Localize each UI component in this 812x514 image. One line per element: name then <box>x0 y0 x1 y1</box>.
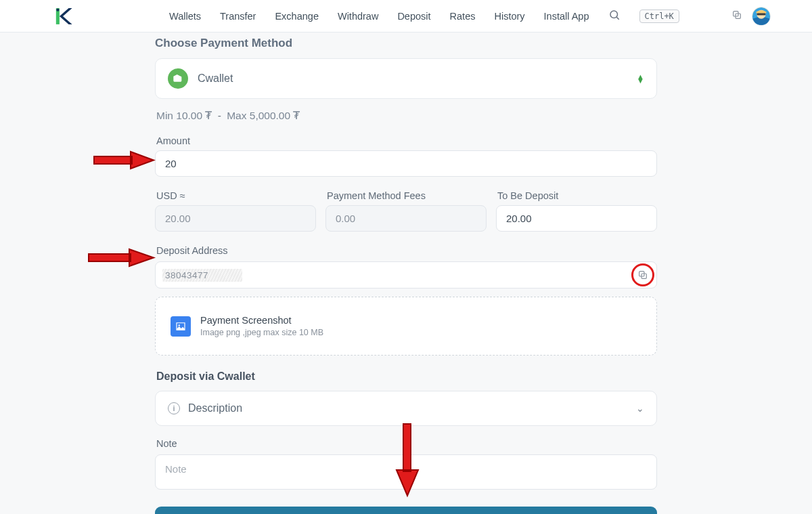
fees-field: Payment Method Fees <box>325 190 487 232</box>
upload-screenshot[interactable]: Payment Screenshot Image png ,jpeg max s… <box>155 297 657 356</box>
upload-title: Payment Screenshot <box>200 315 323 326</box>
navbar: Wallets Transfer Exchange Withdraw Depos… <box>0 0 812 33</box>
usd-field: USD ≈ <box>155 190 316 232</box>
amount-label: Amount <box>156 135 657 146</box>
navbar-right <box>731 7 801 26</box>
deposit-address-label: Deposit Address <box>156 245 657 256</box>
logo[interactable] <box>51 5 74 28</box>
chevron-down-icon: ⌄ <box>636 403 644 414</box>
description-accordion[interactable]: i Description ⌄ <box>155 391 657 426</box>
svg-marker-11 <box>131 152 154 169</box>
copy-icon[interactable] <box>731 9 742 22</box>
nav-rates[interactable]: Rates <box>450 11 476 22</box>
svg-rect-7 <box>757 13 766 15</box>
svg-marker-9 <box>131 152 154 169</box>
navbar-left <box>11 5 169 28</box>
to-be-deposit-value <box>496 205 657 232</box>
amount-input[interactable] <box>155 150 657 177</box>
upload-text: Payment Screenshot Image png ,jpeg max s… <box>200 315 323 337</box>
page: Choose Payment Method Cwallet ▲▼ Min 10.… <box>155 33 657 514</box>
info-icon: i <box>168 402 180 414</box>
svg-point-1 <box>610 11 618 18</box>
image-icon <box>171 316 191 337</box>
svg-rect-8 <box>94 156 132 164</box>
svg-point-18 <box>179 324 180 326</box>
note-field: Note <box>155 438 657 492</box>
deposit-via-heading: Deposit via Cwallet <box>156 370 657 383</box>
fees-value <box>325 205 487 232</box>
usd-value <box>155 205 316 232</box>
wallet-icon <box>168 68 188 89</box>
limit-min: Min 10.00 ₮ <box>156 110 212 121</box>
svg-rect-10 <box>94 156 132 164</box>
section-title: Choose Payment Method <box>155 37 657 50</box>
search-icon[interactable] <box>608 9 621 23</box>
keyboard-shortcut: Ctrl+K <box>639 9 679 23</box>
payment-method-name: Cwallet <box>198 72 233 85</box>
svg-marker-17 <box>129 249 154 266</box>
usd-label: USD ≈ <box>156 190 316 201</box>
fees-label: Payment Method Fees <box>327 190 487 201</box>
note-input[interactable] <box>155 454 657 490</box>
annotation-arrow-amount <box>93 149 155 174</box>
limit-separator: - <box>218 110 221 121</box>
avatar[interactable] <box>752 7 771 26</box>
select-chevrons-icon: ▲▼ <box>637 74 644 83</box>
svg-rect-14 <box>89 254 131 261</box>
description-label: Description <box>188 402 242 414</box>
nav-history[interactable]: History <box>494 11 524 22</box>
deposit-address-value: 38043477 <box>162 269 242 282</box>
amount-field: Amount <box>155 135 657 177</box>
limits: Min 10.00 ₮ - Max 5,000.00 ₮ <box>156 110 656 122</box>
nav-wallets[interactable]: Wallets <box>169 11 201 22</box>
to-be-deposit-field: To Be Deposit <box>496 190 657 232</box>
upload-subtitle: Image png ,jpeg max size 10 MB <box>200 328 323 337</box>
svg-line-2 <box>616 17 618 19</box>
svg-point-0 <box>56 8 59 11</box>
svg-rect-16 <box>89 254 131 261</box>
copy-address-button[interactable] <box>635 267 650 282</box>
to-be-deposit-label: To Be Deposit <box>497 190 657 201</box>
deposit-address-field: Deposit Address 38043477 <box>155 245 657 288</box>
annotation-arrow-address <box>87 247 155 272</box>
nav-exchange[interactable]: Exchange <box>275 11 319 22</box>
nav-links: Wallets Transfer Exchange Withdraw Depos… <box>169 9 731 23</box>
deposit-address-box: 38043477 <box>155 261 657 288</box>
nav-transfer[interactable]: Transfer <box>220 11 256 22</box>
payment-method-select[interactable]: Cwallet ▲▼ <box>155 58 657 99</box>
deposit-button[interactable]: Deposit <box>155 507 657 514</box>
nav-deposit[interactable]: Deposit <box>397 11 430 22</box>
nav-withdraw[interactable]: Withdraw <box>338 11 378 22</box>
note-label: Note <box>156 438 657 449</box>
nav-install-app[interactable]: Install App <box>544 11 589 22</box>
svg-marker-15 <box>129 249 154 266</box>
summary-row: USD ≈ Payment Method Fees To Be Deposit <box>155 190 657 232</box>
limit-max: Max 5,000.00 ₮ <box>227 110 300 121</box>
